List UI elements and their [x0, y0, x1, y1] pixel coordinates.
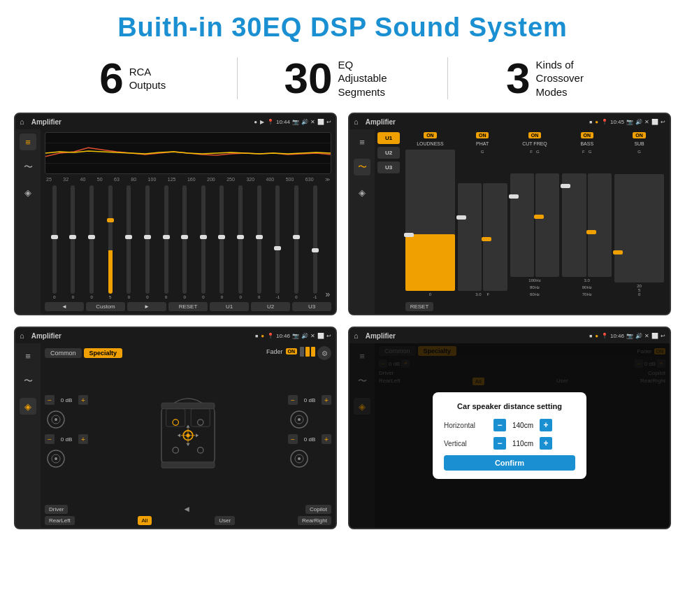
- cutfreq-toggle[interactable]: ON: [528, 132, 542, 138]
- spk-screen-title: Amplifier: [31, 332, 251, 340]
- copilot-button[interactable]: Copilot: [305, 505, 331, 514]
- eq-filter-icon[interactable]: ≡: [20, 134, 36, 150]
- all-button[interactable]: All: [138, 516, 152, 525]
- db-minus-tl[interactable]: −: [45, 395, 55, 405]
- eq-slider-6[interactable]: 0: [158, 185, 175, 299]
- xover-home-icon[interactable]: ⌂: [354, 117, 359, 126]
- phat-toggle[interactable]: ON: [476, 132, 489, 138]
- dlg-home-icon[interactable]: ⌂: [354, 331, 359, 340]
- eq-speaker-icon[interactable]: ◈: [20, 184, 36, 201]
- dlg-back-icon[interactable]: ↩: [661, 333, 665, 339]
- spk-wave-icon[interactable]: 〜: [20, 373, 36, 389]
- vertical-plus-button[interactable]: +: [540, 437, 552, 450]
- db-minus-bl[interactable]: −: [45, 434, 55, 444]
- tab-common[interactable]: Common: [45, 348, 82, 358]
- spk-back-icon[interactable]: ↩: [326, 333, 331, 339]
- eq-slider-3[interactable]: 5: [102, 185, 119, 299]
- spk-home-icon[interactable]: ⌂: [20, 331, 24, 340]
- dlg-time: 10:46: [610, 333, 624, 339]
- settings-icon[interactable]: ⚙: [317, 346, 331, 360]
- xover-u1-button[interactable]: U1: [377, 132, 400, 144]
- vertical-label: Vertical: [444, 440, 489, 447]
- vertical-value: 110cm: [509, 440, 537, 447]
- spk-speaker-icon[interactable]: ◈: [20, 398, 36, 415]
- screens-grid: ⌂ Amplifier ● ▶ 📍 10:44 📷 🔊 ✕ ⬜ ↩ ≡ 〜 ◈: [0, 113, 685, 536]
- svg-point-31: [298, 457, 301, 460]
- db-value-tl: 0 dB: [57, 397, 76, 403]
- eq-prev-button[interactable]: ◄: [45, 302, 84, 311]
- eq-sidebar: ≡ 〜 ◈: [15, 129, 41, 314]
- bass-toggle[interactable]: ON: [581, 132, 594, 138]
- eq-slider-0[interactable]: 0: [46, 185, 63, 299]
- stat-label-eq: EQ Adjustable Segments: [338, 58, 401, 99]
- speaker-bottom-2: RearLeft All User RearRight: [45, 516, 331, 525]
- user-button[interactable]: User: [215, 516, 235, 525]
- dialog-screen: ⌂ Amplifier ■ ● 📍 10:46 📷🔊✕⬜ ↩ ≡ 〜 ◈ Com…: [348, 327, 671, 529]
- back-icon[interactable]: ↩: [326, 119, 331, 125]
- vertical-minus-button[interactable]: −: [493, 437, 506, 450]
- horizontal-minus-button[interactable]: −: [493, 419, 506, 431]
- xover-time: 10:45: [610, 119, 624, 125]
- loudness-toggle[interactable]: ON: [424, 132, 437, 138]
- eq-slider-7[interactable]: 0: [176, 185, 193, 299]
- db-plus-tl[interactable]: +: [78, 395, 88, 405]
- db-plus-tr[interactable]: +: [322, 395, 331, 405]
- dlg-status-bar: ⌂ Amplifier ■ ● 📍 10:46 📷🔊✕⬜ ↩: [349, 328, 670, 343]
- eq-slider-14[interactable]: -1: [307, 185, 324, 299]
- eq-u1-button[interactable]: U1: [210, 302, 249, 311]
- db-plus-bl[interactable]: +: [78, 434, 88, 444]
- tab-specialty[interactable]: Specialty: [84, 348, 123, 358]
- xover-reset-button[interactable]: RESET: [405, 302, 433, 311]
- stat-crossover: 3 Kinds of Crossover Modes: [462, 57, 643, 100]
- stat-label-rca: RCA Outputs: [129, 65, 166, 92]
- eq-slider-10[interactable]: 0: [232, 185, 249, 299]
- stat-eq: 30 EQ Adjustable Segments: [252, 57, 433, 100]
- eq-slider-5[interactable]: 0: [139, 185, 156, 299]
- confirm-button[interactable]: Confirm: [444, 455, 575, 471]
- eq-slider-2[interactable]: 0: [83, 185, 100, 299]
- close-icon: ✕: [310, 119, 315, 125]
- eq-u2-button[interactable]: U2: [251, 302, 290, 311]
- fader-on-badge[interactable]: ON: [286, 348, 298, 354]
- eq-u3-button[interactable]: U3: [292, 302, 331, 311]
- xover-u2-button[interactable]: U2: [377, 147, 400, 159]
- horizontal-plus-button[interactable]: +: [540, 419, 552, 431]
- eq-wave-icon[interactable]: 〜: [20, 159, 36, 176]
- xover-speaker-icon[interactable]: ◈: [354, 184, 370, 201]
- db-plus-br[interactable]: +: [322, 434, 331, 444]
- spk-filter-icon[interactable]: ≡: [20, 348, 36, 364]
- xover-u3-button[interactable]: U3: [377, 162, 400, 173]
- eq-more-icon[interactable]: »: [325, 289, 330, 299]
- dlg-status-icons: 📍 10:46 📷🔊✕⬜ ↩: [601, 333, 665, 339]
- eq-slider-4[interactable]: 0: [121, 185, 138, 299]
- svg-rect-10: [166, 409, 185, 427]
- eq-preset-custom[interactable]: Custom: [86, 302, 125, 311]
- eq-reset-button[interactable]: RESET: [168, 302, 208, 311]
- eq-slider-12[interactable]: -1: [270, 185, 287, 299]
- xover-back-icon[interactable]: ↩: [661, 119, 665, 125]
- rearleft-button[interactable]: RearLeft: [45, 516, 75, 525]
- driver-button[interactable]: Driver: [45, 505, 68, 514]
- eq-slider-13[interactable]: 0: [288, 185, 305, 299]
- eq-slider-9[interactable]: 0: [214, 185, 231, 299]
- eq-slider-8[interactable]: 0: [195, 185, 212, 299]
- svg-marker-25: [196, 434, 199, 437]
- db-minus-tr[interactable]: −: [288, 395, 298, 405]
- svg-marker-23: [186, 443, 189, 446]
- sub-toggle[interactable]: ON: [633, 132, 646, 138]
- xover-content: U1 U2 U3 ON LOUDNESS: [375, 129, 670, 314]
- rearright-button[interactable]: RearRight: [298, 516, 331, 525]
- page-title: Buith-in 30EQ DSP Sound System: [0, 0, 685, 50]
- home-icon[interactable]: ⌂: [20, 117, 24, 126]
- vertical-stepper: − 110cm +: [493, 437, 552, 450]
- svg-marker-24: [178, 434, 180, 437]
- xover-wave-icon[interactable]: 〜: [354, 159, 370, 176]
- location-icon: 📍: [267, 119, 274, 125]
- eq-dot-icon: ●: [254, 119, 257, 125]
- eq-slider-11[interactable]: 0: [251, 185, 268, 299]
- xover-filter-icon[interactable]: ≡: [354, 134, 370, 150]
- eq-slider-1[interactable]: 0: [65, 185, 82, 299]
- eq-play-button[interactable]: ►: [127, 302, 166, 311]
- dialog-vertical-row: Vertical − 110cm +: [444, 437, 575, 450]
- db-minus-br[interactable]: −: [288, 434, 298, 444]
